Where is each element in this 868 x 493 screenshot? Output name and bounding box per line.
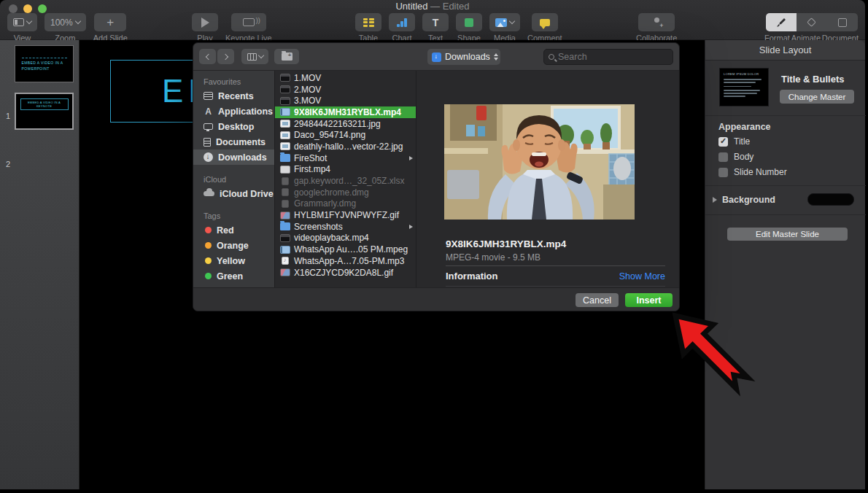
body-checkbox[interactable] [718,152,728,162]
back-button[interactable] [199,49,216,64]
keynote-live-button[interactable] [231,13,266,31]
file-row[interactable]: WhatsApp Au….05 PM.mpeg [275,244,416,255]
background-color-swatch[interactable] [807,193,854,206]
cancel-button[interactable]: Cancel [576,293,619,307]
media-chooser-dialog: Downloads Search Favourites Recents Appl… [193,42,680,311]
file-row[interactable]: deathly-hallo…vector-22.jpg [275,141,416,152]
tag-label: Yellow [217,256,245,266]
sidebar-item-label: Applications [218,106,273,117]
table-button[interactable] [355,13,381,31]
file-name: googlechrome.dmg [294,187,413,198]
folder-icon [280,222,290,230]
chevron-right-icon [222,53,228,59]
file-icon [282,177,289,185]
chart-button[interactable] [389,13,415,31]
play-button[interactable] [192,13,218,31]
title-checkbox-row: Title [718,136,750,147]
file-icon [280,108,290,116]
file-row[interactable]: X16CZJYCD9K2DA8L.gif [275,267,416,279]
comment-button[interactable] [532,13,558,31]
file-icon [282,188,289,196]
column-view-button[interactable] [241,49,268,64]
table-icon [363,18,374,27]
text-button[interactable]: T [422,13,449,31]
inspector-header: Slide Layout [705,40,865,61]
media-button[interactable] [489,13,520,31]
collaborate-icon [652,18,662,27]
search-field[interactable]: Search [543,49,673,65]
divider [446,265,665,266]
slide-1-thumbnail[interactable]: EMBED A VIDEO IN A POWERPOINT [15,45,74,82]
file-row[interactable]: videoplayback.mp4 [275,233,416,244]
desktop-icon [204,123,213,130]
title-checkbox[interactable] [718,137,728,147]
file-row-selected[interactable]: 9X8IK6JMH31RYBLX.mp4 [275,106,416,118]
zoom-button[interactable]: 100% [44,13,86,31]
file-row[interactable]: 1.MOV [275,72,416,84]
shape-button[interactable] [456,13,482,31]
dialog-footer: Cancel Insert [193,287,679,311]
zoom-value: 100% [50,18,73,28]
document-icon [838,18,847,27]
sidebar-tag-yellow[interactable]: Yellow [193,253,274,268]
file-row[interactable]: HYLBM1FYJVNPWYFZ.gif [275,209,416,221]
master-name: Title & Bullets [781,74,844,85]
slide-number-checkbox[interactable] [718,168,728,177]
slide-2-number: 2 [6,160,10,168]
location-popup[interactable]: Downloads [427,49,500,65]
file-row[interactable]: 2.MOV [275,84,416,96]
slide-2-title: EMBED A VIDEO IN A KEYNOTE [20,98,69,110]
animate-tab[interactable] [797,13,827,31]
sidebar-item-recents[interactable]: Recents [193,88,274,104]
disclosure-triangle-icon[interactable] [713,197,717,203]
collaborate-button[interactable] [638,13,675,31]
add-slide-button[interactable]: + [94,13,126,31]
file-name: Grammarly.dmg [294,198,413,209]
sidebar-item-applications[interactable]: Applications [193,104,274,119]
paintbrush-icon [776,18,786,28]
file-name: 9X8IK6JMH31RYBLX.mp4 [294,107,413,117]
sidebar-item-downloads[interactable]: Downloads [193,150,274,165]
sidebar-item-documents[interactable]: Documents [193,134,274,150]
shape-icon [465,18,473,27]
sidebar-item-icloud-drive[interactable]: iCloud Drive [193,186,274,201]
text-icon: T [433,18,439,28]
file-name: First.mp4 [294,164,413,174]
show-more-link[interactable]: Show More [619,271,665,282]
file-row[interactable]: 294844422163211.jpg [275,118,416,130]
keynote-live-icon [243,18,255,26]
slide-1-number: 1 [6,112,10,120]
file-icon [280,131,290,139]
file-name: 3.MOV [294,96,413,106]
location-value: Downloads [445,52,490,62]
file-row[interactable]: First.mp4 [275,164,416,176]
forward-button[interactable] [217,49,234,64]
insert-button[interactable]: Insert [625,293,673,307]
file-icon [282,257,289,265]
format-tab[interactable] [766,13,797,31]
file-name: gap.keyword…_32_05Z.xlsx [294,176,413,186]
column-view-icon [247,53,257,61]
edit-master-slide-button[interactable]: Edit Master Slide [727,228,848,241]
dialog-toolbar: Downloads Search [193,43,679,71]
sidebar-tag-green[interactable]: Green [193,268,274,284]
new-folder-button[interactable] [274,49,299,64]
view-button[interactable] [7,13,37,31]
file-row[interactable]: Daco_954714.png [275,129,416,141]
change-master-button[interactable]: Change Master [780,90,854,104]
yellow-tag-icon [205,257,212,264]
slide-2-thumbnail[interactable]: EMBED A VIDEO IN A KEYNOTE [15,93,74,130]
sidebar-item-label: Recents [218,91,254,101]
file-name: HYLBM1FYJVNPWYFZ.gif [294,210,413,220]
new-folder-icon [282,53,292,61]
folder-row[interactable]: FireShot [275,152,416,164]
sidebar-tag-orange[interactable]: Orange [193,238,274,253]
file-row[interactable]: 3.MOV [275,95,416,106]
sidebar-item-desktop[interactable]: Desktop [193,119,274,134]
folder-row[interactable]: Screenshots [275,221,416,233]
document-tab[interactable] [827,13,858,31]
file-name: deathly-hallo…vector-22.jpg [294,141,413,152]
sidebar-tag-red[interactable]: Red [193,222,274,238]
file-row[interactable]: WhatsApp-A…7.05-PM.mp3 [275,255,416,267]
file-icon [280,120,290,128]
